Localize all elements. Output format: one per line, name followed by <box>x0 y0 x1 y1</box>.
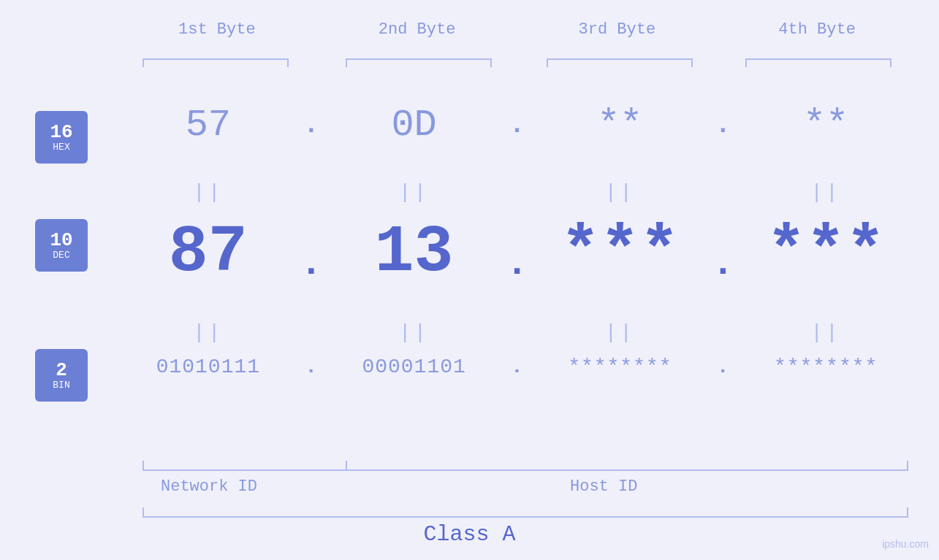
eq-dec-4: || <box>734 321 917 344</box>
bin-dot-1: . <box>300 356 323 378</box>
dec-badge-num: 10 <box>50 231 72 250</box>
host-id-label: Host ID <box>570 477 637 496</box>
col-header-2: 2nd Byte <box>317 20 517 39</box>
bin-dot-3: . <box>711 356 734 378</box>
bracket-top-1 <box>142 58 289 67</box>
bracket-top-2 <box>346 58 492 67</box>
network-id-label: Network ID <box>161 477 257 496</box>
bracket-class-right <box>907 507 908 518</box>
eq-hex-3: || <box>529 181 712 204</box>
bracket-network <box>142 461 347 471</box>
dec-dot-2: . <box>506 242 529 285</box>
bin-val-3: ******** <box>529 356 712 378</box>
bin-badge-label: BIN <box>53 380 69 391</box>
column-headers: 1st Byte 2nd Byte 3rd Byte 4th Byte <box>117 20 917 39</box>
hex-val-3: ** <box>529 104 712 147</box>
hex-val-1: 57 <box>117 104 300 147</box>
bin-val-4: ******** <box>734 356 917 378</box>
main-container: 16 HEX 10 DEC 2 BIN 1st Byte 2nd Byte 3r… <box>0 0 939 560</box>
bin-badge: 2 BIN <box>35 349 88 402</box>
hex-dot-1: . <box>300 110 323 140</box>
class-label: Class A <box>423 522 515 547</box>
equals-row-2: || || || || <box>117 321 917 344</box>
dec-val-3: *** <box>529 215 712 290</box>
eq-dec-1: || <box>117 321 300 344</box>
equals-row-1: || || || || <box>117 181 917 204</box>
bin-badge-num: 2 <box>56 361 67 380</box>
watermark: ipshu.com <box>882 538 929 550</box>
hex-val-2: 0D <box>323 104 506 147</box>
dec-dot-3: . <box>711 242 734 285</box>
bin-row: 01010111 . 00001101 . ******** . *******… <box>117 356 917 378</box>
hex-dot-3: . <box>711 110 734 140</box>
bin-dot-2: . <box>506 356 529 378</box>
eq-dec-3: || <box>529 321 712 344</box>
col-header-3: 3rd Byte <box>517 20 718 39</box>
dec-badge: 10 DEC <box>35 219 88 272</box>
bin-val-2: 00001101 <box>323 356 506 378</box>
eq-hex-4: || <box>734 181 917 204</box>
hex-dot-2: . <box>506 110 529 140</box>
dec-dot-1: . <box>300 242 323 285</box>
col-header-1: 1st Byte <box>117 20 317 39</box>
eq-hex-1: || <box>117 181 300 204</box>
dec-val-2: 13 <box>323 215 506 290</box>
hex-row: 57 . 0D . ** . ** <box>117 104 917 147</box>
hex-val-4: ** <box>734 104 917 147</box>
bracket-host <box>346 461 908 471</box>
eq-hex-2: || <box>323 181 506 204</box>
dec-badge-label: DEC <box>53 250 69 261</box>
dec-val-1: 87 <box>117 215 300 290</box>
bracket-top-4 <box>745 58 892 67</box>
dec-val-4: *** <box>734 215 917 290</box>
bracket-top-3 <box>547 58 693 67</box>
hex-badge-label: HEX <box>53 142 69 153</box>
eq-dec-2: || <box>323 321 506 344</box>
bin-val-1: 01010111 <box>117 356 300 378</box>
dec-row: 87 . 13 . *** . *** <box>117 215 917 290</box>
bracket-class-bottom <box>142 516 908 518</box>
col-header-4: 4th Byte <box>717 20 917 39</box>
hex-badge-num: 16 <box>50 123 72 142</box>
hex-badge: 16 HEX <box>35 111 88 164</box>
